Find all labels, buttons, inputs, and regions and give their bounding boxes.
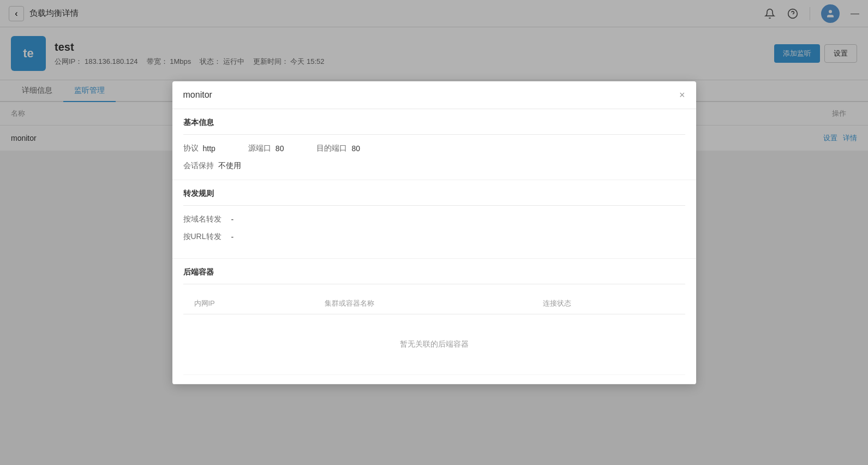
basic-info-row1: 协议 http 源端口 80 目的端口 80 [183,144,685,153]
modal-close-button[interactable]: × [679,90,685,100]
col-status-header: 连接状态 [532,293,685,314]
basic-info-row2: 会话保持 不使用 [183,161,685,171]
modal-title: monitor [183,90,212,100]
domain-label: 按域名转发 [183,214,227,224]
source-port-item: 源端口 80 [248,144,284,153]
modal-overlay[interactable]: monitor × 基本信息 协议 http 源端口 80 [0,0,868,465]
dest-port-value: 80 [351,144,360,153]
session-value: 不使用 [218,161,241,171]
source-port-value: 80 [276,144,284,153]
forward-rules-section: 转发规则 按域名转发 - 按URL转发 - [172,180,696,259]
protocol-item: 协议 http [183,144,215,153]
modal-header: monitor × [172,81,696,109]
url-forward-row: 按URL转发 - [183,232,685,242]
domain-forward-row: 按域名转发 - [183,214,685,224]
modal-dialog: monitor × 基本信息 协议 http 源端口 80 [172,81,696,384]
dest-port-item: 目的端口 80 [316,144,360,153]
backend-section: 后端容器 内网IP 集群或容器名称 连接状态 暂无关联的后端容器 [172,259,696,384]
basic-info-section: 基本信息 协议 http 源端口 80 目的端口 80 [172,109,696,180]
dest-port-label: 目的端口 [316,144,347,153]
url-value: - [231,233,234,241]
session-label: 会话保持 [183,161,214,171]
basic-info-title: 基本信息 [183,118,685,135]
session-item: 会话保持 不使用 [183,161,241,171]
url-label: 按URL转发 [183,232,227,242]
protocol-label: 协议 [183,144,199,153]
source-port-label: 源端口 [248,144,271,153]
forward-rules-title: 转发规则 [183,189,685,206]
backend-table: 内网IP 集群或容器名称 连接状态 暂无关联的后端容器 [183,293,685,375]
modal-body: 基本信息 协议 http 源端口 80 目的端口 80 [172,109,696,384]
col-ip-header: 内网IP [183,293,314,314]
empty-tip: 暂无关联的后端容器 [194,323,674,366]
protocol-value: http [203,144,215,153]
col-cluster-header: 集群或容器名称 [314,293,532,314]
backend-title: 后端容器 [183,267,685,284]
domain-value: - [231,215,234,224]
